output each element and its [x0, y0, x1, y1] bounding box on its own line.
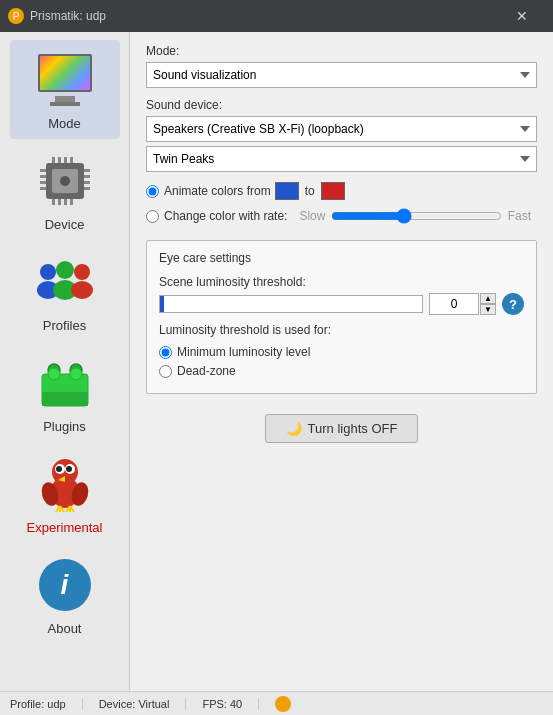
sidebar-mode-label: Mode	[48, 116, 81, 131]
spinner-down[interactable]: ▼	[480, 304, 496, 315]
sound-device-group: Sound device: Speakers (Creative SB X-Fi…	[146, 98, 537, 172]
mode-select[interactable]: Sound visualization Ambilight Static col…	[146, 62, 537, 88]
to-label: to	[305, 184, 315, 198]
status-bar: Profile: udp Device: Virtual FPS: 40	[0, 691, 553, 715]
title-bar: P Prismatik: udp ✕	[0, 0, 553, 32]
profile-select[interactable]: Twin Peaks	[146, 146, 537, 172]
main-content: Mode	[0, 32, 553, 691]
profiles-icon	[33, 250, 97, 314]
svg-point-18	[60, 176, 70, 186]
svg-point-23	[74, 264, 90, 280]
sidebar-item-experimental[interactable]: Experimental	[10, 444, 120, 543]
help-icon[interactable]: ?	[502, 293, 524, 315]
dead-zone-label: Dead-zone	[177, 364, 236, 378]
color-to-box[interactable]	[321, 182, 345, 200]
sidebar-about-label: About	[48, 621, 82, 636]
change-color-label: Change color with rate:	[164, 209, 287, 223]
svg-rect-2	[40, 169, 46, 172]
lights-off-label: Turn lights OFF	[308, 421, 398, 436]
sidebar-device-label: Device	[45, 217, 85, 232]
svg-rect-3	[40, 175, 46, 178]
min-luminosity-option[interactable]: Minimum luminosity level	[159, 345, 524, 359]
spinner-up[interactable]: ▲	[480, 293, 496, 304]
threshold-label: Scene luminosity threshold:	[159, 275, 524, 289]
change-color-rate-row: Change color with rate: Slow Fast	[146, 208, 537, 224]
svg-rect-11	[58, 157, 61, 163]
sound-device-label: Sound device:	[146, 98, 537, 112]
sidebar-item-profiles[interactable]: Profiles	[10, 242, 120, 341]
profile-status-label: Profile:	[10, 698, 44, 710]
lights-off-button[interactable]: 🌙 Turn lights OFF	[265, 414, 419, 443]
about-icon: i	[33, 553, 97, 617]
window-title: Prismatik: udp	[30, 9, 499, 23]
dead-zone-radio[interactable]	[159, 365, 172, 378]
change-color-radio[interactable]	[146, 210, 159, 223]
sidebar-item-mode[interactable]: Mode	[10, 40, 120, 139]
device-icon	[33, 149, 97, 213]
svg-rect-17	[70, 199, 73, 205]
eye-care-title: Eye care settings	[159, 251, 524, 265]
change-color-radio-label[interactable]: Change color with rate:	[146, 209, 287, 223]
device-status-value: Virtual	[138, 698, 169, 710]
threshold-spinner-group: 0 ▲ ▼	[429, 293, 496, 315]
device-status-label: Device:	[99, 698, 136, 710]
svg-point-30	[70, 368, 82, 380]
sidebar-item-about[interactable]: i About	[10, 545, 120, 644]
mode-group: Mode: Sound visualization Ambilight Stat…	[146, 44, 537, 88]
svg-rect-10	[52, 157, 55, 163]
sun-icon	[275, 696, 291, 712]
min-luminosity-label: Minimum luminosity level	[177, 345, 310, 359]
svg-rect-16	[64, 199, 67, 205]
threshold-bar[interactable]	[159, 295, 423, 313]
sidebar-profiles-label: Profiles	[43, 318, 86, 333]
sidebar-experimental-label: Experimental	[27, 520, 103, 535]
app-icon: P	[8, 8, 24, 24]
svg-point-24	[71, 281, 93, 299]
mode-label: Mode:	[146, 44, 537, 58]
svg-rect-7	[84, 175, 90, 178]
threshold-value[interactable]: 0	[429, 293, 479, 315]
profile-status: Profile: udp	[10, 698, 83, 710]
dead-zone-option[interactable]: Dead-zone	[159, 364, 524, 378]
min-luminosity-radio[interactable]	[159, 346, 172, 359]
svg-rect-31	[42, 392, 88, 406]
right-panel: Mode: Sound visualization Ambilight Stat…	[130, 32, 553, 691]
svg-rect-14	[52, 199, 55, 205]
sidebar-item-device[interactable]: Device	[10, 141, 120, 240]
mode-icon	[33, 48, 97, 112]
sidebar-plugins-label: Plugins	[43, 419, 86, 434]
device-status: Device: Virtual	[99, 698, 187, 710]
svg-rect-4	[40, 181, 46, 184]
bottom-area: 🌙 Turn lights OFF	[146, 394, 537, 453]
threshold-spinner: ▲ ▼	[480, 293, 496, 315]
plugins-icon	[33, 351, 97, 415]
animate-colors-radio-label[interactable]: Animate colors from	[146, 184, 271, 198]
svg-rect-13	[70, 157, 73, 163]
svg-rect-15	[58, 199, 61, 205]
luminosity-used-label: Luminosity threshold is used for:	[159, 323, 524, 337]
threshold-row: 0 ▲ ▼ ?	[159, 293, 524, 315]
svg-rect-9	[84, 187, 90, 190]
experimental-icon	[33, 452, 97, 516]
eye-care-section: Eye care settings Scene luminosity thres…	[146, 240, 537, 394]
fps-status-value: 40	[230, 698, 242, 710]
color-from-box[interactable]	[275, 182, 299, 200]
svg-point-38	[66, 466, 72, 472]
svg-point-19	[40, 264, 56, 280]
fps-status: FPS: 40	[202, 698, 259, 710]
animate-colors-label: Animate colors from	[164, 184, 271, 198]
animate-colors-radio[interactable]	[146, 185, 159, 198]
svg-point-29	[48, 368, 60, 380]
close-button[interactable]: ✕	[499, 0, 545, 32]
profile-status-value: udp	[47, 698, 65, 710]
moon-icon: 🌙	[286, 421, 302, 436]
slow-label: Slow	[299, 209, 325, 223]
svg-rect-12	[64, 157, 67, 163]
fps-status-label: FPS:	[202, 698, 226, 710]
svg-point-37	[56, 466, 62, 472]
sidebar: Mode	[0, 32, 130, 691]
rate-slider[interactable]	[331, 208, 501, 224]
svg-rect-6	[84, 169, 90, 172]
sidebar-item-plugins[interactable]: Plugins	[10, 343, 120, 442]
sound-device-select[interactable]: Speakers (Creative SB X-Fi) (loopback)	[146, 116, 537, 142]
